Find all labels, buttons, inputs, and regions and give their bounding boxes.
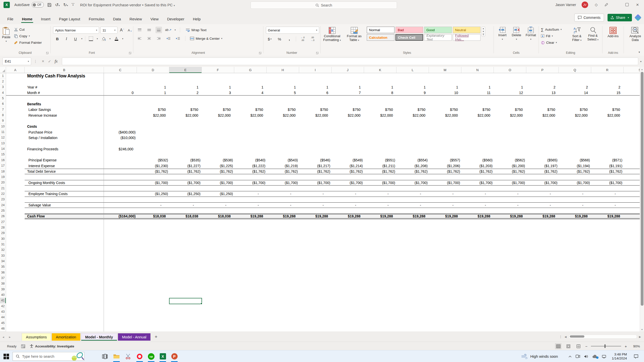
cell-L3[interactable]: 1 [396,84,429,90]
cell-A13[interactable] [6,141,25,146]
hscroll-left-icon[interactable]: ◂ [565,334,567,339]
page-break-view-icon[interactable] [575,343,582,349]
column-header-I[interactable]: I [299,67,332,73]
cell-B6[interactable]: Benefits [25,101,104,107]
cell-H17[interactable]: ($1,219) [267,163,299,169]
close-button[interactable]: × [635,2,640,8]
cell-C26[interactable]: ($164,000) [104,214,137,219]
style-explanatory[interactable]: Explanatory Text [424,34,452,41]
cell-I26[interactable]: $19,288 [299,214,332,219]
cell-P7[interactable]: $750 [526,107,559,112]
cell-G18[interactable]: ($1,762) [234,169,267,174]
cell-E14[interactable] [169,146,202,152]
cell-F24[interactable]: - [202,202,234,208]
number-dialog-launcher[interactable] [316,52,318,54]
cell-D11[interactable] [137,129,169,135]
cell-B25[interactable] [25,208,104,213]
start-button[interactable] [4,354,9,359]
insert-cells-button[interactable]: Insert ▾ [495,24,509,49]
sheet-tab-model-monthly[interactable]: Model - Monthly [81,333,117,341]
cell-S11[interactable] [624,129,640,135]
style-followed-hyperlink[interactable]: Followed Hyp... [453,34,480,41]
cell-B38[interactable] [25,281,104,287]
row-header-46[interactable]: 46 [0,326,6,331]
cell-A43[interactable] [6,309,25,314]
cell-F3[interactable]: 1 [202,84,234,90]
cell-A9[interactable] [6,118,25,124]
meet-now-icon[interactable] [576,355,580,358]
cell-F22[interactable]: ($1,250) [202,191,234,197]
row-header-12[interactable]: 12 [0,135,6,141]
hscroll-right-icon[interactable]: ▸ [639,334,641,339]
cell-S12[interactable] [624,135,640,141]
column-header-G[interactable]: G [234,67,267,73]
sheet-tab-model-annual[interactable]: Model - Annual [118,333,151,341]
user-name[interactable]: Jason Varner [555,3,576,7]
cell-S17[interactable]: ($1,188) [624,163,640,169]
decrease-font-icon[interactable]: A˅ [127,27,133,33]
cell-F17[interactable]: ($1,225) [202,163,234,169]
cell-B18[interactable]: Total Debt Service [25,169,104,174]
cell-R20[interactable]: ($1,700) [591,180,624,186]
conditional-formatting-button[interactable]: Conditional Formatting ▾ [320,24,344,49]
cell-F18[interactable]: ($1,762) [202,169,234,174]
sort-filter-button[interactable]: AZ Sort & Filter ▾ [569,24,585,49]
cell-D17[interactable]: ($1,230) [137,163,169,169]
snipping-tool-icon[interactable] [122,351,134,362]
cell-B15[interactable] [25,152,104,157]
cell-C17[interactable] [104,163,137,169]
document-title[interactable]: ROI for Equipment Purchase-vendor • Save… [80,3,175,7]
next-sheet-icon[interactable]: ▸ [7,335,13,339]
cell-L12[interactable] [396,135,429,141]
row-header-37[interactable]: 37 [0,275,6,281]
orientation-dropdown-icon[interactable]: ▾ [175,29,176,31]
cell-Q14[interactable] [559,146,591,152]
cell-P26[interactable]: $19,288 [526,214,559,219]
cell-A16[interactable] [6,157,25,163]
cell-K14[interactable] [364,146,396,152]
cell-F4[interactable]: 3 [202,90,234,96]
cell-F11[interactable] [202,129,234,135]
namebox-splitter[interactable]: ⋮ [34,59,37,63]
customize-qat-icon[interactable]: ▾ [71,3,74,6]
cell-H18[interactable]: ($1,762) [267,169,299,174]
tab-review[interactable]: Review [125,17,146,24]
underline-button[interactable]: U [72,35,79,42]
column-header-S[interactable]: S [624,67,640,73]
cell-B5[interactable] [25,96,104,101]
tab-home[interactable]: Home [18,17,37,24]
column-header-J[interactable]: J [332,67,364,73]
column-header-O[interactable]: O [494,67,526,73]
cell-A37[interactable] [6,275,25,281]
row-header-7[interactable]: 7 [0,107,6,112]
cell-N4[interactable]: 11 [461,90,494,96]
style-check-cell[interactable]: Check Cell [395,34,423,41]
cell-K12[interactable] [364,135,396,141]
excel-taskbar-icon[interactable]: X [157,351,169,362]
row-header-42[interactable]: 42 [0,303,6,309]
cell-I7[interactable]: $750 [299,107,332,112]
cell-G20[interactable]: ($1,700) [234,180,267,186]
cell-Q11[interactable] [559,129,591,135]
cell-O12[interactable] [494,135,526,141]
cell-B16[interactable]: Principal Expense [25,157,104,163]
fill-color-dropdown-icon[interactable]: ▾ [109,37,111,40]
cell-M18[interactable]: ($1,762) [429,169,461,174]
tab-help[interactable]: Help [189,17,205,24]
row-header-10[interactable]: 10 [0,124,6,129]
cell-G11[interactable] [234,129,267,135]
row-header-21[interactable]: 21 [0,186,6,191]
cell-K7[interactable]: $750 [364,107,396,112]
row-header-19[interactable]: 19 [0,174,6,180]
cell-B40[interactable] [25,292,104,298]
cell-G24[interactable]: - [234,202,267,208]
cell-C20[interactable] [104,180,137,186]
cell-O11[interactable] [494,129,526,135]
row-header-38[interactable]: 38 [0,281,6,287]
cell-A7[interactable] [6,107,25,112]
cell-M12[interactable] [429,135,461,141]
cell-M14[interactable] [429,146,461,152]
cell-A38[interactable] [6,281,25,287]
row-header-8[interactable]: 8 [0,112,6,118]
vertical-scroll-thumb[interactable] [641,72,643,306]
